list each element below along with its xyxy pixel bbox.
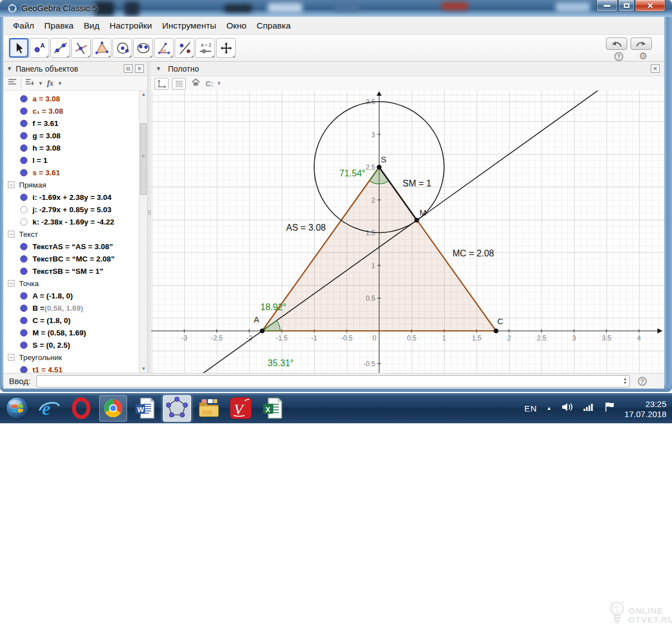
network-icon[interactable] bbox=[583, 403, 594, 414]
move-canvas-tool[interactable] bbox=[216, 38, 236, 58]
close-graphics-icon[interactable]: ✕ bbox=[651, 64, 660, 73]
collapse-icon[interactable]: − bbox=[8, 181, 15, 188]
polygon-tool[interactable] bbox=[92, 38, 111, 58]
visibility-dot[interactable] bbox=[20, 342, 27, 349]
algebra-item-S[interactable]: S = (0, 2.5) bbox=[3, 339, 147, 351]
home-icon[interactable] bbox=[192, 78, 200, 88]
volume-icon[interactable] bbox=[561, 402, 573, 414]
visibility-dot[interactable] bbox=[20, 95, 27, 102]
algebra-item-l[interactable]: l = 1 bbox=[3, 154, 147, 166]
algebra-item-f[interactable]: f = 3.61 bbox=[3, 117, 147, 129]
algebra-item-section-text[interactable]: −Текст bbox=[3, 228, 147, 240]
geometry-figure[interactable]: -3-2.5-2-1.5-1-0.500.511.522.533.54-0.50… bbox=[151, 91, 664, 373]
capture-label[interactable]: C: bbox=[206, 80, 213, 88]
algebra-item-M[interactable]: M = (0.58, 1.69) bbox=[3, 326, 147, 339]
start-button[interactable] bbox=[3, 395, 31, 422]
algebra-item-textBC[interactable]: ТекстBC = “MC = 2.08” bbox=[3, 253, 147, 265]
collapse-icon[interactable]: − bbox=[8, 231, 15, 237]
menu-item-settings[interactable]: Настройки bbox=[105, 18, 157, 33]
menu-item-help[interactable]: Справка bbox=[251, 18, 296, 33]
taskbar-excel[interactable]: X bbox=[259, 395, 287, 422]
algebra-item-textAS[interactable]: ТекстAS = “AS = 3.08” bbox=[3, 240, 147, 253]
input-help-icon[interactable]: ? bbox=[638, 377, 647, 386]
redo-button[interactable] bbox=[631, 38, 652, 50]
minimize-button[interactable] bbox=[596, 0, 618, 12]
visibility-dot[interactable] bbox=[20, 268, 27, 275]
visibility-dot[interactable] bbox=[20, 157, 27, 164]
taskbar-geogebra[interactable] bbox=[163, 395, 191, 422]
algebra-item-section-line[interactable]: −Прямая bbox=[3, 179, 147, 191]
tray-expand-icon[interactable]: ▲ bbox=[547, 405, 552, 411]
reflection-tool[interactable] bbox=[175, 38, 194, 58]
gear-icon[interactable]: ⚙ bbox=[639, 52, 647, 61]
algebra-item-t1[interactable]: t1 = 4.51 bbox=[3, 363, 147, 373]
undo-button[interactable] bbox=[606, 38, 627, 50]
angle-tool[interactable]: a bbox=[154, 38, 174, 58]
conic-tool[interactable] bbox=[133, 38, 153, 58]
command-input[interactable] bbox=[36, 375, 630, 387]
circle-tool[interactable] bbox=[113, 38, 132, 58]
slider-tool[interactable]: a = 2 bbox=[195, 38, 215, 58]
visibility-dot[interactable] bbox=[20, 255, 27, 263]
taskbar-vmath[interactable]: V bbox=[227, 395, 255, 422]
algebra-item-j[interactable]: j: -2.79x + 0.85y = 5.03 bbox=[3, 203, 147, 216]
input-history-spinner[interactable]: ▲▼ bbox=[623, 377, 627, 385]
algebra-item-C[interactable]: C = (1.8, 0) bbox=[3, 314, 147, 326]
filter-icon[interactable] bbox=[8, 78, 17, 88]
axes-toggle-icon[interactable] bbox=[155, 78, 169, 90]
undock-icon[interactable]: ⧉ bbox=[124, 64, 133, 73]
algebra-item-k[interactable]: k: -2.38x - 1.69y = -4.22 bbox=[3, 216, 147, 228]
taskbar-word[interactable]: W bbox=[131, 395, 159, 422]
visibility-dot[interactable] bbox=[20, 132, 27, 139]
visibility-dot[interactable] bbox=[20, 120, 27, 127]
sort-icon[interactable] bbox=[25, 78, 34, 88]
menu-item-edit[interactable]: Правка bbox=[39, 18, 78, 33]
algebra-item-textSB[interactable]: ТекстSB = “SM = 1” bbox=[3, 265, 147, 277]
visibility-dot[interactable] bbox=[20, 169, 27, 176]
chevron-down-icon[interactable]: ▼ bbox=[7, 66, 12, 72]
menu-item-tools[interactable]: Инструменты bbox=[157, 18, 222, 33]
scroll-up-icon[interactable]: ▲ bbox=[139, 91, 148, 99]
canvas[interactable]: -3-2.5-2-1.5-1-0.500.511.522.533.54-0.50… bbox=[151, 91, 664, 373]
algebra-item-h[interactable]: h = 3.08 bbox=[3, 142, 147, 154]
maximize-button[interactable] bbox=[618, 0, 634, 12]
visibility-dot[interactable] bbox=[20, 144, 27, 152]
visibility-dot[interactable] bbox=[20, 366, 27, 373]
chevron-down-icon[interactable]: ▼ bbox=[38, 81, 43, 86]
scroll-down-icon[interactable]: ▼ bbox=[139, 365, 148, 373]
visibility-dot[interactable] bbox=[20, 107, 27, 115]
chevron-down-icon[interactable]: ▼ bbox=[156, 66, 161, 72]
algebra-item-A[interactable]: A = (-1.8, 0) bbox=[3, 289, 147, 302]
visibility-dot[interactable] bbox=[20, 305, 27, 312]
taskbar-ie[interactable]: e bbox=[35, 395, 63, 422]
flag-icon[interactable] bbox=[604, 401, 615, 415]
algebra-item-section-triangle[interactable]: −Треугольник bbox=[3, 351, 147, 363]
visibility-dot[interactable] bbox=[20, 194, 27, 201]
perpendicular-line-tool[interactable] bbox=[71, 38, 91, 58]
chevron-down-icon[interactable]: ▼ bbox=[58, 81, 63, 86]
line-tool[interactable] bbox=[50, 38, 70, 58]
algebra-item-a[interactable]: a = 3.08 bbox=[3, 92, 147, 105]
algebra-item-c1[interactable]: c₁ = 3.08 bbox=[3, 105, 147, 117]
collapse-icon[interactable]: − bbox=[8, 280, 15, 287]
taskbar-chrome[interactable] bbox=[99, 395, 127, 422]
visibility-dot[interactable] bbox=[20, 292, 27, 300]
close-button[interactable]: ✕ bbox=[635, 0, 665, 12]
clock[interactable]: 23:25 17.07.2018 bbox=[624, 398, 666, 419]
fx-icon[interactable]: fx bbox=[47, 79, 54, 88]
point-tool[interactable]: A bbox=[30, 38, 49, 58]
visibility-dot[interactable] bbox=[20, 206, 27, 213]
language-indicator[interactable]: EN bbox=[524, 404, 537, 413]
algebra-item-s[interactable]: s = 3.61 bbox=[3, 166, 147, 179]
algebra-item-B[interactable]: B = (0.58, 1.69) bbox=[3, 302, 147, 314]
chevron-down-icon[interactable]: ▼ bbox=[217, 81, 222, 86]
algebra-item-g[interactable]: g = 3.08 bbox=[3, 129, 147, 142]
visibility-dot[interactable] bbox=[20, 218, 27, 226]
menu-item-file[interactable]: Файл bbox=[8, 18, 39, 33]
collapse-icon[interactable]: − bbox=[8, 354, 15, 361]
grid-toggle-icon[interactable] bbox=[172, 78, 186, 90]
close-panel-icon[interactable]: ✕ bbox=[135, 64, 144, 73]
taskbar-explorer[interactable] bbox=[195, 395, 223, 422]
visibility-dot[interactable] bbox=[20, 329, 27, 336]
scrollbar-thumb[interactable] bbox=[140, 123, 147, 195]
